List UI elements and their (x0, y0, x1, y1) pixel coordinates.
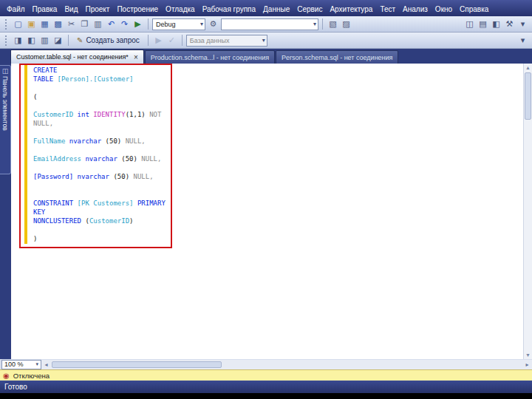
toolbar-separator (68, 35, 69, 46)
database-combo[interactable]: База данных ▾ (186, 35, 267, 47)
solution-explorer-icon[interactable]: ◫ (463, 18, 476, 30)
copy-icon[interactable]: ❐ (78, 18, 91, 30)
scroll-up-icon[interactable]: ▲ (525, 65, 531, 70)
zoom-level-combo[interactable]: 100 % ▾ (1, 360, 41, 369)
tab-label: Person.schema.sql - нет соединения (282, 54, 392, 61)
execute-sql-icon[interactable]: ▶ (152, 34, 165, 47)
status-ready-text: Готово (4, 383, 27, 391)
connection-status-bar: ◉ Отключена (0, 369, 532, 381)
toolbar-grip[interactable] (5, 35, 8, 46)
tab-label: Customer.table.sql - нет соединения* (16, 53, 129, 61)
validate-syntax-icon[interactable]: ✓ (166, 34, 178, 47)
menu-item[interactable]: Рабочая группа (199, 4, 259, 15)
code-line: FullName nvarchar (50) NULL, (33, 137, 166, 146)
code-line: KEY (33, 208, 166, 216)
scroll-left-icon[interactable]: ◂ (41, 361, 51, 368)
document-tab[interactable]: Production.schema...l - нет соединения (145, 50, 275, 64)
toolbar-separator (148, 35, 149, 46)
editor-bottom-bar: 100 % ▾ ◂ ▸ (0, 359, 532, 369)
toolbox-icon[interactable]: ⚒ (503, 18, 516, 30)
undo-icon[interactable]: ↶ (105, 18, 117, 30)
data-compare-icon[interactable]: ◧ (25, 34, 38, 47)
chevron-down-icon: ▾ (259, 37, 265, 44)
overflow-chevron-icon[interactable]: ▾ (516, 18, 529, 30)
code-line (33, 128, 166, 137)
toolbar2-icons-mid: ▶✓ (152, 34, 178, 47)
new-query-button[interactable]: ✎ Создать запрос (72, 34, 144, 47)
menu-item[interactable]: Архитектура (326, 4, 376, 15)
menu-item[interactable]: Вид (61, 4, 81, 15)
start-debug-icon[interactable]: ▶ (132, 18, 144, 30)
chevron-down-icon: ▾ (197, 21, 203, 27)
horizontal-scroll-thumb[interactable] (52, 361, 222, 368)
menu-item[interactable]: Файл (3, 4, 29, 15)
close-tab-icon[interactable]: × (134, 53, 138, 61)
find-in-files-icon[interactable]: ▧ (327, 18, 339, 30)
toolbar1-icons-left: ▢▣▦▩✂❐▥↶↷▶ (12, 18, 144, 30)
new-query-label: Создать запрос (86, 36, 139, 44)
toolbar-standard: ▢▣▦▩✂❐▥↶↷▶ Debug ▾ ⚙ ▾ ▧▨ ◫▤◧⚒▾ (0, 16, 532, 33)
code-line: CONSTRAINT [PK Customers] PRIMARY (33, 199, 166, 208)
menu-item[interactable]: Проект (81, 4, 113, 15)
code-line: ( (33, 92, 166, 101)
chevron-down-icon: ▾ (35, 361, 38, 367)
menu-item[interactable]: Построение (113, 4, 162, 15)
schema-compare-icon[interactable]: ◨ (12, 34, 24, 47)
document-tabs: Customer.table.sql - нет соединения*×Pro… (0, 49, 532, 64)
find-combo[interactable]: ▾ (221, 18, 318, 30)
menu-item[interactable]: Данные (259, 4, 293, 15)
scroll-right-icon[interactable]: ▸ (522, 361, 532, 368)
overflow-chevron-icon[interactable]: ▾ (516, 34, 529, 47)
code-line: EmailAddress nvarchar (50) NULL, (33, 154, 166, 163)
toolbar2-icons-left: ◨◧▥◪ (12, 34, 64, 47)
status-bar: Готово (0, 381, 532, 393)
menu-item[interactable]: Отладка (162, 4, 199, 15)
code-editor[interactable]: CREATETABLE [Person].[Customer] ( Custom… (11, 64, 532, 359)
database-project-icon[interactable]: ◪ (52, 34, 64, 47)
toolbox-autohide-tab[interactable]: ◫ Панель элементов (0, 65, 11, 174)
save-all-icon[interactable]: ▩ (52, 18, 64, 30)
editor-horizontal-scrollbar[interactable]: ◂ ▸ (41, 360, 532, 369)
paste-icon[interactable]: ▥ (92, 18, 104, 30)
code-line (33, 101, 166, 110)
code-line (33, 225, 166, 234)
disconnected-database-icon: ◉ (3, 372, 10, 380)
vertical-scroll-thumb[interactable] (525, 72, 531, 120)
menu-bar: ФайлПравкаВидПроектПостроениеОтладкаРабо… (0, 0, 532, 16)
scroll-down-icon[interactable]: ▼ (525, 352, 531, 358)
menu-item[interactable]: Тест (376, 4, 399, 15)
pencil-icon: ✎ (77, 36, 83, 44)
menu-item[interactable]: Правка (29, 4, 61, 15)
connection-status-text: Отключена (13, 372, 50, 380)
code-line (33, 146, 166, 154)
menu-item[interactable]: Справка (456, 4, 492, 15)
toolbar1-icons-right: ◫▤◧⚒▾ (463, 18, 529, 30)
menu-item[interactable]: Анализ (399, 4, 432, 15)
code-line: TABLE [Person].[Customer] (33, 75, 166, 83)
left-dock: ◫ Панель элементов (0, 64, 11, 359)
toolbar2-icons-right: ▾ (516, 34, 529, 47)
code-line (33, 163, 166, 172)
cut-icon[interactable]: ✂ (65, 18, 78, 30)
object-browser-icon[interactable]: ◧ (490, 18, 502, 30)
redo-icon[interactable]: ↷ (118, 18, 131, 30)
open-folder-icon[interactable]: ▣ (25, 18, 38, 30)
code-line: NULL, (33, 119, 166, 128)
code-line: CustomerID int IDENTITY(1,1) NOT (33, 110, 166, 119)
toolbar1-icons-find: ▧▨ (327, 18, 352, 30)
solution-config-combo[interactable]: Debug ▾ (152, 18, 205, 30)
menu-item[interactable]: Сервис (293, 4, 326, 15)
code-line: ) (33, 234, 166, 243)
tsql-editor-icon[interactable]: ▥ (38, 34, 51, 47)
new-file-icon[interactable]: ▢ (12, 18, 24, 30)
toolbar-grip[interactable] (5, 19, 8, 30)
toolbox-tab-label: Панель элементов (1, 76, 9, 131)
document-tab[interactable]: Customer.table.sql - нет соединения*× (10, 50, 144, 64)
navigate-back-icon[interactable]: ▨ (340, 18, 352, 30)
save-icon[interactable]: ▦ (38, 18, 51, 30)
build-settings-icon[interactable]: ⚙ (207, 18, 219, 30)
menu-item[interactable]: Окно (432, 4, 456, 15)
document-tab[interactable]: Person.schema.sql - нет соединения (276, 50, 398, 64)
properties-window-icon[interactable]: ▤ (477, 18, 489, 30)
app-window: ФайлПравкаВидПроектПостроениеОтладкаРабо… (0, 0, 532, 399)
